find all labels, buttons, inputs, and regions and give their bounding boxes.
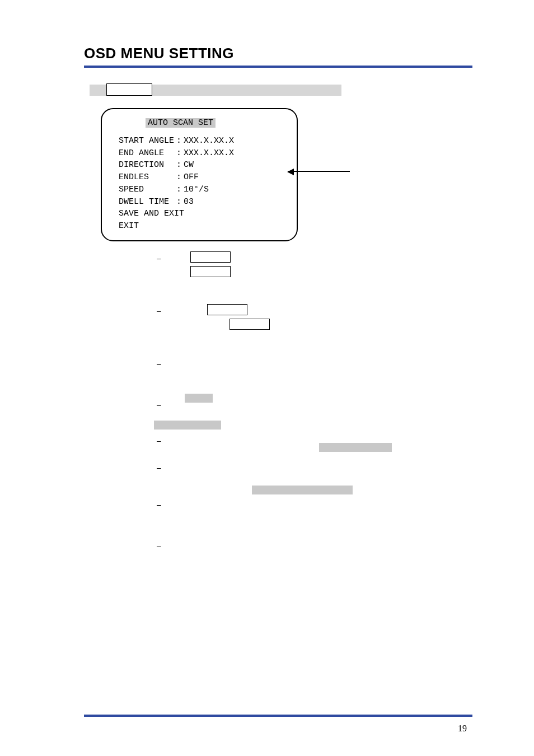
list-item: – bbox=[101, 304, 414, 331]
osd-value: XXX.X.XX.X bbox=[182, 147, 235, 160]
list-item: – bbox=[101, 434, 414, 442]
bullet-dash-icon: – bbox=[157, 359, 161, 368]
list-item: – bbox=[101, 461, 414, 469]
osd-row: END ANGLE:XXX.X.XX.X bbox=[118, 147, 235, 160]
keycap-box bbox=[229, 319, 270, 330]
osd-row: START ANGLE:XXX.X.XX.X bbox=[118, 135, 235, 147]
bullet-dash-icon: – bbox=[157, 542, 161, 550]
osd-row: SAVE AND EXIT bbox=[118, 208, 235, 220]
osd-label: EXIT bbox=[118, 220, 235, 232]
bullet-dash-icon: – bbox=[157, 254, 161, 263]
osd-row: EXIT bbox=[118, 220, 235, 232]
osd-value: 10°/S bbox=[182, 184, 235, 196]
keycap-box bbox=[207, 304, 247, 315]
bullet-dash-icon: – bbox=[157, 306, 161, 315]
osd-label: START ANGLE bbox=[118, 135, 175, 147]
osd-menu-title: AUTO SCAN SET bbox=[146, 117, 285, 129]
osd-value: 03 bbox=[182, 196, 235, 208]
page-title: OSD MENU SETTING bbox=[84, 45, 472, 68]
osd-row: ENDLES:OFF bbox=[118, 171, 235, 184]
osd-label: ENDLES bbox=[118, 171, 175, 184]
osd-menu-panel: AUTO SCAN SET START ANGLE:XXX.X.XX.X END… bbox=[101, 108, 298, 241]
osd-row: SPEED:10°/S bbox=[118, 184, 235, 196]
osd-value: OFF bbox=[182, 171, 235, 184]
osd-label: END ANGLE bbox=[118, 147, 175, 160]
list-item: – bbox=[101, 398, 414, 406]
osd-menu-title-text: AUTO SCAN SET bbox=[146, 118, 216, 128]
set-button-row bbox=[101, 85, 472, 98]
list-item: – bbox=[101, 498, 414, 506]
osd-label: SPEED bbox=[118, 184, 175, 196]
osd-label: DWELL TIME bbox=[118, 196, 175, 208]
page-number: 19 bbox=[458, 724, 467, 734]
footer-divider bbox=[84, 715, 472, 717]
keycap-box bbox=[190, 251, 231, 263]
title-divider bbox=[84, 66, 472, 68]
list-item: – bbox=[101, 539, 414, 547]
list-item: – bbox=[101, 251, 414, 278]
highlight-box bbox=[252, 486, 353, 494]
bullet-dash-icon: – bbox=[157, 500, 161, 509]
osd-value: CW bbox=[182, 159, 235, 171]
keycap-box bbox=[190, 266, 231, 277]
keycap-set bbox=[106, 83, 152, 96]
bullet-dash-icon: – bbox=[157, 436, 161, 445]
highlight-box bbox=[154, 421, 221, 430]
bullet-dash-icon: – bbox=[157, 400, 161, 409]
osd-row: DIRECTION:CW bbox=[118, 159, 235, 171]
title-text: OSD MENU SETTING bbox=[84, 45, 472, 62]
osd-menu-table: START ANGLE:XXX.X.XX.X END ANGLE:XXX.X.X… bbox=[118, 135, 235, 232]
list-item: – bbox=[101, 357, 414, 365]
bullet-dash-icon: – bbox=[157, 463, 161, 472]
highlight-box bbox=[319, 443, 392, 452]
osd-label: SAVE AND EXIT bbox=[118, 208, 235, 220]
osd-label: DIRECTION bbox=[118, 159, 175, 171]
osd-row: DWELL TIME:03 bbox=[118, 196, 235, 208]
osd-value: XXX.X.XX.X bbox=[182, 135, 235, 147]
